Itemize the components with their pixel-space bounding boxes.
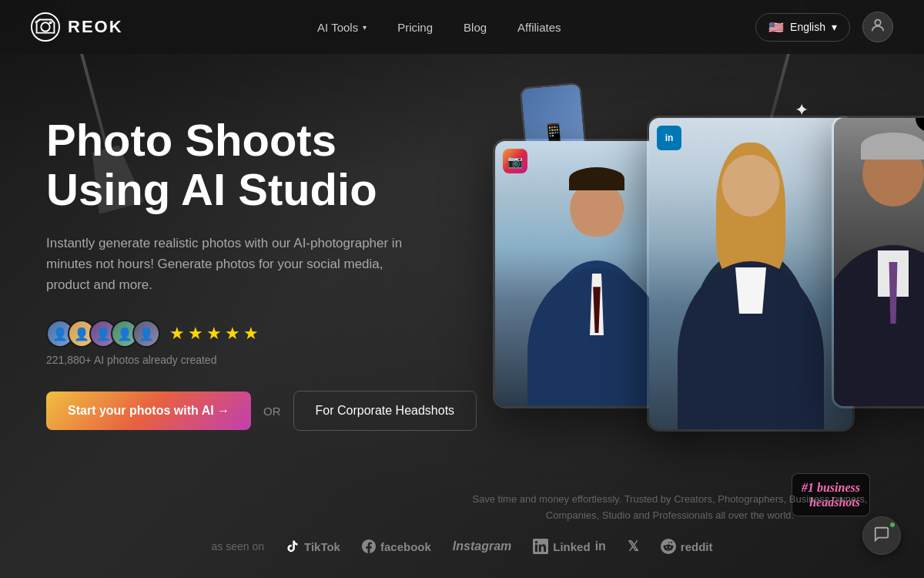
svg-point-2 [49,21,52,24]
nav-right: 🇺🇸 English ▾ [755,12,893,42]
female-headshot-image [649,118,852,429]
headline: Photo Shoots Using AI Studio [46,116,493,214]
linkedin-icon: in [665,133,674,143]
cta-row: Start your photos with AI → OR For Corpo… [46,391,493,431]
language-selector[interactable]: 🇺🇸 English ▾ [755,13,850,42]
left-column: Photo Shoots Using AI Studio Instantly g… [46,100,493,443]
photo-card-female: in [647,116,855,432]
logo[interactable]: REOK [31,12,123,42]
linkedin-badge: in [657,126,681,150]
instagram-icon: 📷 [507,154,523,169]
nav-affiliates[interactable]: Affiliates [505,15,573,40]
chevron-down-icon: ▾ [363,23,367,32]
or-divider: OR [263,405,281,418]
corporate-headshots-button[interactable]: For Corporate Headshots [293,391,477,431]
subtitle: Instantly generate realistic photos with… [46,233,416,296]
main-content: Photo Shoots Using AI Studio Instantly g… [0,54,924,578]
star-icon: ★ [243,324,259,344]
logo-icon [31,12,60,42]
avatar [132,320,160,348]
photo-card-suit: 𝕏 [832,116,924,408]
nav-pricing[interactable]: Pricing [385,15,445,40]
star-icon: ★ [188,324,203,344]
user-avatar-button[interactable] [862,12,893,42]
photos-count: 221,880+ AI photos already created [46,354,493,366]
logo-text: REOK [68,17,123,37]
instagram-badge: 📷 [503,149,527,173]
star-icon: ★ [206,324,222,344]
right-column: ✦ ✦ 📱 📷 [477,100,878,563]
nav-center: AI Tools ▾ Pricing Blog Affiliates [305,15,573,40]
avatar-stack [46,320,160,348]
svg-point-1 [41,22,49,31]
navbar: REOK AI Tools ▾ Pricing Blog Affiliates … [0,0,924,54]
star-rating: ★ ★ ★ ★ ★ [169,324,259,344]
star-icon: ★ [169,324,185,344]
start-photos-button[interactable]: Start your photos with AI → [46,391,251,430]
social-proof: ★ ★ ★ ★ ★ [46,320,493,348]
star-icon: ★ [225,324,240,344]
twitter-badge: 𝕏 [916,116,924,132]
nav-ai-tools[interactable]: AI Tools ▾ [305,15,379,40]
chevron-down-icon: ▾ [832,21,837,33]
user-icon [869,17,886,38]
svg-point-0 [32,13,59,41]
trust-caption: Save time and money effortlessly. Truste… [447,492,893,524]
svg-point-3 [875,19,880,25]
nav-blog[interactable]: Blog [451,15,499,40]
flag-icon: 🇺🇸 [768,20,784,35]
